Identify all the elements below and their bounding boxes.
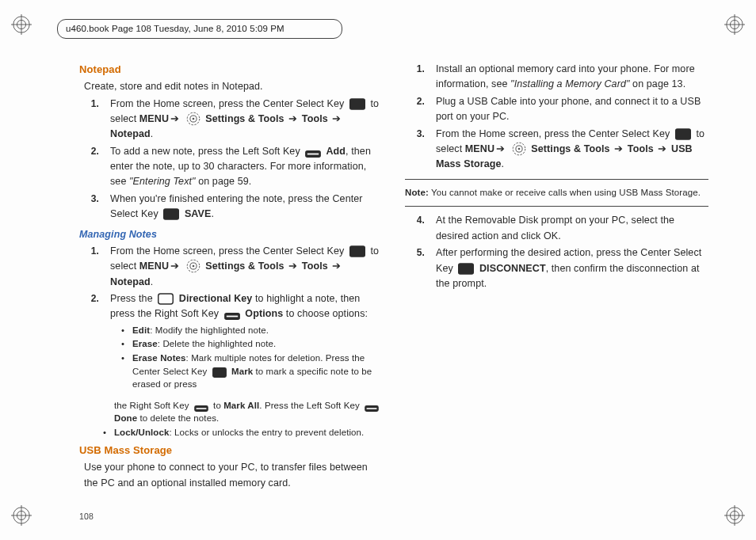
step-body: From the Home screen, press the Center S… [436, 127, 708, 173]
page-body: Notepad Create, store and edit notes in … [79, 62, 708, 505]
register-mark-br [724, 505, 745, 526]
step-number: 2. [87, 291, 99, 394]
left-soft-key-icon [305, 150, 321, 158]
step-number: 1. [87, 244, 99, 290]
directional-key-icon [158, 293, 174, 305]
heading-notepad: Notepad [79, 62, 383, 78]
step-body: To add a new note, press the Left Soft K… [110, 144, 383, 190]
center-select-key-icon [163, 208, 179, 220]
step-number: 3. [87, 192, 99, 222]
register-mark-tl [11, 14, 32, 35]
heading-managing-notes: Managing Notes [79, 227, 383, 242]
step-body: At the Removable Disk prompt on your PC,… [436, 213, 708, 244]
settings-gear-icon [512, 142, 526, 156]
divider [405, 206, 708, 207]
usb-intro: Use your phone to connect to your PC, to… [84, 460, 383, 491]
center-select-key-icon [458, 263, 474, 275]
erase-notes-continued: the Right Soft Key to Mark All. Press th… [114, 399, 383, 424]
register-mark-tr [724, 14, 745, 35]
center-select-key-icon [349, 98, 365, 110]
step-body: After performing the desired action, pre… [436, 245, 708, 291]
center-select-key-icon [675, 128, 691, 140]
step-number: 3. [413, 127, 425, 173]
step-body: Plug a USB Cable into your phone, and co… [436, 94, 708, 125]
heading-usb-mass-storage: USB Mass Storage [79, 443, 383, 458]
step-number: 4. [413, 213, 425, 244]
step-body: Install an optional memory card into you… [436, 62, 708, 93]
step-body: When you're finished entering the note, … [110, 192, 383, 222]
step-number: 2. [413, 94, 425, 125]
step-body: From the Home screen, press the Center S… [110, 97, 383, 143]
page-number: 108 [79, 510, 94, 523]
right-soft-key-icon [224, 313, 240, 320]
step-number: 1. [87, 97, 99, 143]
step-body: Press the Directional Key to highlight a… [110, 291, 383, 394]
right-soft-key-icon [194, 405, 208, 412]
center-select-key-icon [212, 367, 227, 378]
register-mark-bl [11, 505, 32, 526]
settings-gear-icon [186, 259, 200, 273]
step-number: 2. [87, 144, 99, 190]
divider [405, 179, 708, 180]
notepad-intro: Create, store and edit notes in Notepad. [84, 79, 383, 94]
center-select-key-icon [349, 245, 365, 257]
step-body: From the Home screen, press the Center S… [110, 244, 383, 290]
framemaker-header: u460.book Page 108 Tuesday, June 8, 2010… [57, 19, 342, 39]
settings-gear-icon [186, 112, 200, 126]
step-number: 1. [413, 62, 425, 93]
left-soft-key-icon [365, 405, 379, 412]
step-number: 5. [413, 245, 425, 291]
note-text: Note: You cannot make or receive calls w… [405, 186, 708, 200]
